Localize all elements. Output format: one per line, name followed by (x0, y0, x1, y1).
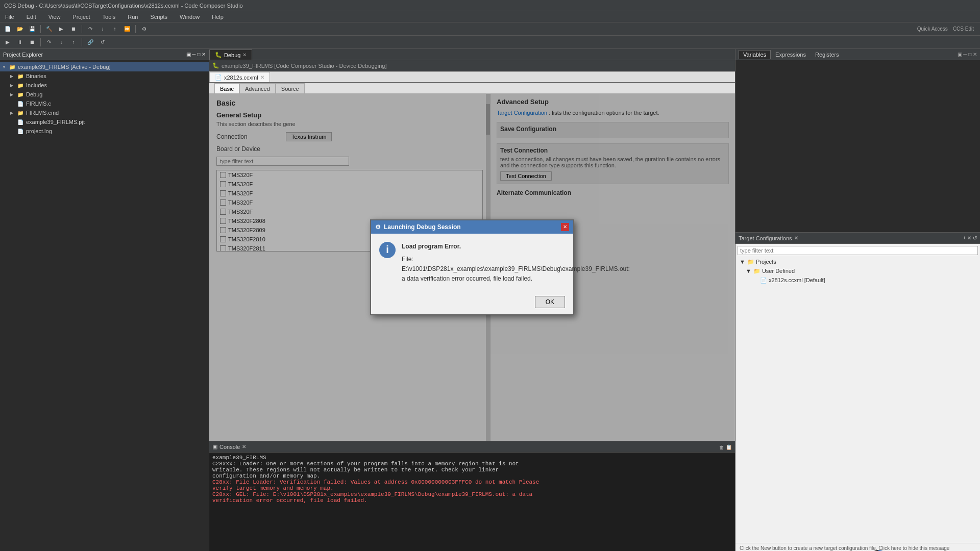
console-line-1: example39_FIRLMS (212, 455, 732, 461)
modal-footer: OK (371, 292, 573, 314)
modal-overlay: ⚙ Launching Debug Session ✕ i Load progr… (209, 94, 735, 441)
debug-step-over2[interactable]: ↷ (43, 37, 55, 47)
debug-sep-1 (40, 38, 41, 46)
sub-tab-advanced-label: Advanced (245, 86, 270, 92)
menu-view[interactable]: View (45, 13, 64, 21)
sub-tab-source-label: Source (281, 86, 299, 92)
modal-file-label: File: (402, 255, 630, 264)
tree-project-root[interactable]: ▼ 📁 example39_FIRLMS [Active - Debug] (0, 62, 209, 71)
console-clear-btn[interactable]: 🗑 (719, 444, 724, 450)
menu-run[interactable]: Run (125, 13, 141, 21)
toolbar-build[interactable]: 🔨 (43, 24, 55, 34)
menu-file[interactable]: File (2, 13, 17, 21)
toolbar-stop[interactable]: ⏹ (68, 24, 79, 34)
config-tab-bar: 📄 x2812s.ccxml ✕ (209, 71, 735, 83)
console-controls: 🗑 📋 (719, 444, 732, 450)
target-config-tab-close[interactable]: ✕ (794, 235, 798, 241)
menu-window[interactable]: Window (177, 13, 203, 21)
modal-error-title: Load program Error. (402, 242, 630, 252)
project-log-icon: 📄 (16, 127, 24, 135)
target-tree-user-defined[interactable]: ▼ 📁 User Defined (738, 266, 978, 276)
tab-registers[interactable]: Registers (811, 50, 843, 59)
firlms-cmd-label: FIRLMS.cmd (26, 110, 59, 116)
console-line-5: C28xx: File Loader: Verification failed:… (212, 479, 732, 485)
console-title: Console (219, 444, 240, 450)
console-line-7: C28xx: GEL: File: E:\v1001\DSP281x_examp… (212, 491, 732, 497)
toolbar-new[interactable]: 📄 (2, 24, 13, 34)
debug-tab[interactable]: 🐛 Debug ✕ (209, 49, 252, 60)
tree-includes[interactable]: ▶ 📁 Includes (0, 81, 209, 90)
tab-expressions[interactable]: Expressions (771, 50, 811, 59)
user-defined-folder-icon: 📁 (753, 268, 761, 274)
toolbar-save[interactable]: 💾 (27, 24, 38, 34)
sub-tab-source[interactable]: Source (276, 83, 305, 93)
sub-tab-basic[interactable]: Basic (214, 83, 239, 93)
toolbar-step-into[interactable]: ↓ (97, 24, 108, 34)
toolbar-debug[interactable]: ▶ (56, 24, 67, 34)
toolbar-open[interactable]: 📂 (14, 24, 26, 34)
debug-play[interactable]: ▶ (2, 37, 13, 47)
bottom-area: ▣ Console ✕ 🗑 📋 example39_FIRLMS C28xxx:… (209, 441, 735, 551)
toolbar-settings[interactable]: ⚙ (138, 24, 150, 34)
title-bar: CCS Debug - C:\Users\asus\ti\CCSTargetCo… (0, 0, 980, 11)
target-filter-input[interactable] (738, 246, 978, 255)
tree-firlms-cmd[interactable]: ▶ 📁 FIRLMS.cmd (0, 108, 209, 117)
user-defined-arrow: ▼ (746, 268, 751, 274)
debug-tab-close[interactable]: ✕ (242, 52, 247, 58)
debug-step-into2[interactable]: ↓ (56, 37, 67, 47)
toolbar-sep-2 (82, 25, 82, 33)
menu-bar: File Edit View Project Tools Run Scripts… (0, 11, 980, 22)
target-tree-projects[interactable]: ▼ 📁 Projects (738, 257, 978, 266)
binaries-arrow: ▶ (10, 74, 16, 79)
debug-reset[interactable]: ↺ (97, 37, 108, 47)
console-panel: ▣ Console ✕ 🗑 📋 example39_FIRLMS C28xxx:… (209, 441, 735, 551)
project-explorer-title: Project Explorer (3, 52, 43, 58)
menu-scripts[interactable]: Scripts (147, 13, 170, 21)
modal-close-btn[interactable]: ✕ (561, 223, 569, 231)
console-line-4: configuration and/or memory map. (212, 473, 732, 479)
menu-help[interactable]: Help (209, 13, 227, 21)
toolbar: 📄 📂 💾 🔨 ▶ ⏹ ↷ ↓ ↑ ⏩ ⚙ Quick Access CCS E… (0, 22, 980, 36)
target-refresh-btn[interactable]: ↺ (973, 235, 977, 241)
debug-connect[interactable]: 🔗 (85, 37, 96, 47)
config-tab-close[interactable]: ✕ (260, 74, 264, 80)
project-name: example39_FIRLMS [Active - Debug] (18, 64, 111, 70)
example-pjt-label: example39_FIRLMS.pjt (26, 119, 85, 125)
tree-example-pjt[interactable]: ▶ 📄 example39_FIRLMS.pjt (0, 117, 209, 127)
tree-firlms-c[interactable]: ▶ 📄 FIRLMS.c (0, 99, 209, 108)
vars-controls: ▣ ─ □ ✕ (958, 52, 977, 57)
modal-dialog: ⚙ Launching Debug Session ✕ i Load progr… (370, 219, 574, 316)
target-delete-btn[interactable]: ✕ (967, 235, 971, 241)
firlms-cmd-icon: 📁 (16, 109, 24, 117)
debug-terminate[interactable]: ⏹ (27, 37, 38, 47)
vars-header: Variables Expressions Registers ▣ ─ □ ✕ (736, 49, 980, 60)
project-explorer-header: Project Explorer ▣ ─ □ ✕ (0, 49, 209, 60)
tab-variables[interactable]: Variables (739, 50, 771, 59)
menu-edit[interactable]: Edit (23, 13, 39, 21)
menu-project[interactable]: Project (69, 13, 93, 21)
console-tab-close[interactable]: ✕ (242, 444, 246, 449)
toolbar-step-over[interactable]: ↷ (85, 24, 96, 34)
tree-project-log[interactable]: ▶ 📄 project.log (0, 127, 209, 136)
sub-tab-advanced[interactable]: Advanced (239, 83, 276, 93)
target-config-title: Target Configurations (739, 235, 792, 241)
debug-pause[interactable]: ⏸ (14, 37, 26, 47)
tree-debug[interactable]: ▶ 📁 Debug (0, 90, 209, 99)
debug-session-icon: 🐛 (212, 62, 219, 69)
config-tab[interactable]: 📄 x2812s.ccxml ✕ (209, 72, 270, 82)
toolbar-resume[interactable]: ⏩ (121, 24, 133, 34)
target-new-btn[interactable]: + (963, 235, 966, 241)
menu-tools[interactable]: Tools (100, 13, 119, 21)
modal-ok-btn[interactable]: OK (535, 296, 565, 308)
toolbar-step-out[interactable]: ↑ (109, 24, 120, 34)
ccs-edit-label: CCS Edit (953, 26, 978, 32)
config-tab-label: x2812s.ccxml (224, 74, 258, 81)
debug-step-out2[interactable]: ↑ (68, 37, 79, 47)
console-copy-btn[interactable]: 📋 (726, 444, 732, 450)
console-header: ▣ Console ✕ 🗑 📋 (209, 441, 735, 453)
binaries-label: Binaries (26, 73, 46, 79)
debug-session-label: example39_FIRLMS [Code Composer Studio -… (222, 63, 386, 69)
tree-binaries[interactable]: ▶ 📁 Binaries (0, 71, 209, 81)
target-tree-ccxml[interactable]: ▶ 📄 x2812s.ccxml [Default] (738, 276, 978, 285)
debug-tab-icon: 🐛 (215, 52, 222, 58)
